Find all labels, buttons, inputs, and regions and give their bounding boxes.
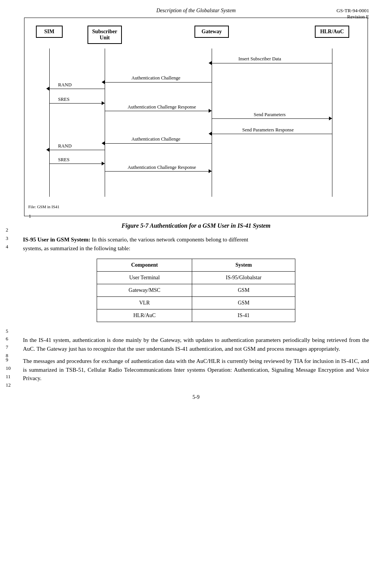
- file-note: File: GSM in IS41: [28, 204, 60, 209]
- rand-1-label: RAND: [58, 82, 71, 88]
- auth-challenge-response-2-arrow: [105, 171, 212, 172]
- sres-2-arrow: [49, 164, 105, 164]
- auth-challenge-2-arrowhead: [102, 141, 105, 145]
- diagram-inner: SIM SubscriberUnit Gateway HLR/AuC Inser…: [24, 18, 368, 216]
- component-table: Component System User TerminalIS-95/Glob…: [97, 259, 295, 322]
- page-title: Description of the Globalstar System: [23, 8, 369, 14]
- auth-challenge-1-arrowhead: [102, 80, 105, 84]
- para-is41-auth: In the IS-41 system, authentication is d…: [23, 336, 369, 353]
- gateway-entity: Gateway: [194, 26, 229, 38]
- sequence-diagram: SIM SubscriberUnit Gateway HLR/AuC Inser…: [24, 18, 368, 216]
- send-params-arrowhead: [329, 117, 332, 120]
- table-cell: User Terminal: [97, 272, 192, 284]
- auth-challenge-2-arrow: [105, 143, 212, 144]
- gateway-lifeline: [212, 49, 212, 197]
- rand-2-arrowhead: [46, 148, 49, 152]
- sres-1-arrowhead: [102, 101, 105, 105]
- table-cell: IS-41: [192, 309, 295, 322]
- table-row: VLRGSM: [97, 297, 295, 309]
- table-header-system: System: [192, 259, 295, 272]
- sres-1-arrow: [49, 103, 105, 104]
- sres-2-arrowhead: [102, 162, 105, 165]
- table-cell: GSM: [192, 284, 295, 297]
- table-cell: Gateway/MSC: [97, 284, 192, 297]
- auth-challenge-response-1-arrow: [105, 111, 212, 111]
- sres-2-label: SRES: [58, 157, 70, 163]
- rand-1-arrow: [49, 89, 105, 89]
- subscriber-unit-entity: SubscriberUnit: [87, 26, 122, 44]
- rand-2-label: RAND: [58, 143, 71, 149]
- line-num-9: 9: [6, 357, 8, 363]
- auth-challenge-response-1-label: Authentication Challenge Response: [128, 104, 196, 110]
- table-cell: HLR/AuC: [97, 309, 192, 322]
- line-num-3: 3: [6, 235, 8, 241]
- line-num-11: 11: [6, 374, 11, 380]
- send-params-arrow: [212, 118, 332, 119]
- line-num-12: 12: [6, 382, 11, 388]
- hlr-entity: HLR/AuC: [315, 26, 349, 38]
- table-header-component: Component: [97, 259, 192, 272]
- insert-subscriber-data-arrowhead: [209, 61, 212, 65]
- auth-challenge-response-2-label: Authentication Challenge Response: [128, 165, 196, 170]
- line-num-7: 7: [6, 344, 8, 350]
- send-params-response-label: Send Parameters Response: [242, 127, 294, 133]
- line-num-5: 5: [6, 328, 8, 334]
- sim-entity: SIM: [36, 26, 63, 38]
- insert-subscriber-data-arrow: [212, 63, 332, 63]
- rand-2-arrow: [49, 150, 105, 150]
- para-is95-intro: IS-95 User in GSM System: In this scenar…: [23, 235, 369, 253]
- auth-challenge-2-label: Authentication Challenge: [131, 136, 180, 142]
- doc-ref-line1: GS-TR-94-0001: [337, 8, 369, 14]
- table-row: Gateway/MSCGSM: [97, 284, 295, 297]
- table-row: User TerminalIS-95/Globalstar: [97, 272, 295, 284]
- table-row: HLR/AuCIS-41: [97, 309, 295, 322]
- sres-1-label: SRES: [58, 97, 70, 102]
- rand-1-arrowhead: [46, 87, 49, 91]
- send-params-label: Send Parameters: [254, 112, 286, 118]
- auth-challenge-1-arrow: [105, 82, 212, 83]
- line-num-6: 6: [6, 336, 8, 342]
- line-num-4: 4: [6, 244, 8, 250]
- page-number: 5-9: [23, 394, 369, 400]
- hlr-lifeline: [332, 49, 332, 197]
- table-cell: VLR: [97, 297, 192, 309]
- line-num-2: 2: [6, 227, 8, 233]
- line-num-10: 10: [6, 365, 11, 371]
- sim-lifeline: [49, 49, 50, 197]
- table-cell: IS-95/Globalstar: [192, 272, 295, 284]
- auth-challenge-response-1-arrowhead: [209, 109, 212, 113]
- send-params-response-arrowhead: [209, 132, 212, 136]
- auth-challenge-response-2-arrowhead: [209, 169, 212, 173]
- para-bold-intro: IS-95 User in GSM System:: [23, 236, 90, 243]
- para-messages: The messages and procedures for exchange…: [23, 357, 369, 383]
- auth-challenge-1-label: Authentication Challenge: [131, 75, 180, 81]
- su-lifeline: [105, 49, 105, 197]
- table-cell: GSM: [192, 297, 295, 309]
- insert-subscriber-data-label: Insert Subscriber Data: [238, 56, 281, 62]
- send-params-response-arrow: [212, 134, 332, 134]
- line-num-1: 1: [29, 213, 31, 219]
- figure-caption: Figure 5-7 Authentication for a GSM User…: [23, 222, 369, 229]
